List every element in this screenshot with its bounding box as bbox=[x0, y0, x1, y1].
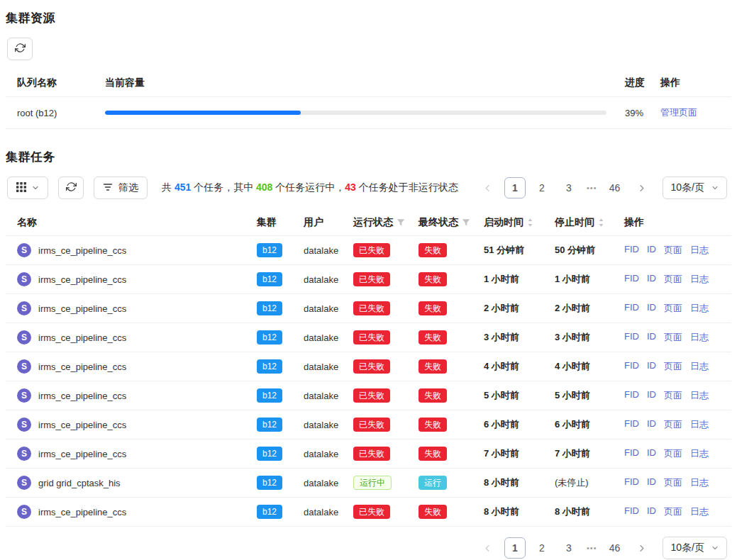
action-link-页面[interactable]: 页面 bbox=[664, 273, 682, 286]
manage-page-link[interactable]: 管理页面 bbox=[660, 107, 697, 118]
action-link-id[interactable]: ID bbox=[647, 447, 656, 460]
action-link-页面[interactable]: 页面 bbox=[664, 244, 682, 257]
sorter-icon[interactable] bbox=[527, 218, 533, 228]
action-link-页面[interactable]: 页面 bbox=[664, 302, 682, 315]
action-link-页面[interactable]: 页面 bbox=[664, 505, 682, 518]
pagination-page-3[interactable]: 3 bbox=[558, 177, 580, 198]
pagination-prev-button[interactable] bbox=[477, 177, 499, 198]
refresh-icon bbox=[66, 181, 77, 194]
pagination-page-2[interactable]: 2 bbox=[531, 177, 553, 198]
run-status-cell: 已失败 bbox=[353, 272, 419, 286]
start-time: 8 小时前 bbox=[484, 505, 555, 518]
action-link-页面[interactable]: 页面 bbox=[664, 476, 682, 489]
action-link-fid[interactable]: FID bbox=[624, 360, 639, 373]
run-status-cell: 已失败 bbox=[353, 243, 419, 257]
col-header-final-status: 最终状态 bbox=[419, 216, 484, 229]
filter-button[interactable]: 筛选 bbox=[94, 177, 148, 199]
action-link-日志[interactable]: 日志 bbox=[690, 418, 709, 431]
action-link-日志[interactable]: 日志 bbox=[690, 360, 709, 373]
action-link-id[interactable]: ID bbox=[647, 505, 656, 518]
action-link-日志[interactable]: 日志 bbox=[690, 302, 709, 315]
table-row: Sgrid grid_cptask_hisb12datalake运行中运行8 小… bbox=[6, 469, 731, 498]
table-row: Sirms_ce_pipeline_ccsb12datalake已失败失败1 小… bbox=[6, 265, 731, 294]
final-status-cell: 运行 bbox=[419, 476, 484, 490]
pagination-page-3[interactable]: 3 bbox=[558, 537, 580, 559]
action-link-日志[interactable]: 日志 bbox=[690, 244, 709, 257]
action-link-fid[interactable]: FID bbox=[624, 505, 639, 518]
action-link-id[interactable]: ID bbox=[647, 273, 656, 286]
action-link-id[interactable]: ID bbox=[647, 418, 656, 431]
stop-time: 5 小时前 bbox=[555, 389, 624, 402]
run-status-cell: 运行中 bbox=[353, 476, 419, 490]
final-status-cell: 失败 bbox=[419, 388, 484, 403]
pagination-page-2[interactable]: 2 bbox=[531, 537, 553, 559]
action-link-fid[interactable]: FID bbox=[624, 476, 639, 489]
pagination-next-button[interactable] bbox=[631, 177, 653, 198]
capacity-cell bbox=[105, 111, 625, 115]
final-status-badge: 失败 bbox=[419, 243, 447, 257]
task-user: datalake bbox=[304, 303, 353, 314]
pagination-page-1[interactable]: 1 bbox=[504, 177, 526, 198]
pagination-prev-button[interactable] bbox=[477, 537, 499, 559]
action-link-id[interactable]: ID bbox=[647, 476, 656, 489]
column-settings-button[interactable] bbox=[7, 177, 48, 199]
action-link-页面[interactable]: 页面 bbox=[664, 331, 682, 344]
action-link-fid[interactable]: FID bbox=[624, 389, 639, 402]
action-link-id[interactable]: ID bbox=[647, 360, 656, 373]
task-user: datalake bbox=[304, 391, 353, 401]
pagination-page-1[interactable]: 1 bbox=[504, 537, 526, 559]
filter-icon[interactable] bbox=[397, 218, 405, 227]
action-link-日志[interactable]: 日志 bbox=[690, 447, 709, 460]
run-status-cell: 已失败 bbox=[353, 301, 419, 315]
run-status-cell: 已失败 bbox=[353, 418, 419, 432]
pagination-ellipsis: ••• bbox=[585, 184, 599, 192]
action-link-id[interactable]: ID bbox=[647, 302, 656, 315]
cluster-tasks-title: 集群任务 bbox=[6, 149, 731, 165]
action-link-fid[interactable]: FID bbox=[624, 447, 639, 460]
action-link-日志[interactable]: 日志 bbox=[690, 389, 709, 402]
final-status-cell: 失败 bbox=[419, 272, 484, 286]
task-actions-cell: FIDID页面日志 bbox=[624, 447, 720, 460]
action-link-fid[interactable]: FID bbox=[624, 331, 639, 344]
action-link-id[interactable]: ID bbox=[647, 331, 656, 344]
action-link-页面[interactable]: 页面 bbox=[664, 447, 682, 460]
grid-icon bbox=[16, 182, 26, 194]
action-link-fid[interactable]: FID bbox=[624, 418, 639, 431]
action-link-日志[interactable]: 日志 bbox=[690, 273, 709, 286]
task-name-cell: Sirms_ce_pipeline_ccs bbox=[17, 272, 257, 286]
table-row: Sirms_ce_pipeline_ccsb12datalake已失败失败8 小… bbox=[6, 498, 731, 527]
pagination-ellipsis: ••• bbox=[585, 544, 599, 552]
action-link-日志[interactable]: 日志 bbox=[690, 476, 709, 489]
filter-icon[interactable] bbox=[462, 218, 470, 227]
action-link-页面[interactable]: 页面 bbox=[664, 360, 682, 373]
action-link-fid[interactable]: FID bbox=[624, 273, 639, 286]
pagination: 123•••4610条/页 bbox=[477, 537, 727, 559]
task-cluster-cell: b12 bbox=[257, 243, 304, 257]
final-status-cell: 失败 bbox=[419, 301, 484, 315]
pagination-page-46[interactable]: 46 bbox=[604, 177, 626, 198]
final-status-cell: 失败 bbox=[419, 243, 484, 257]
action-link-页面[interactable]: 页面 bbox=[664, 418, 682, 431]
sorter-icon[interactable] bbox=[598, 218, 604, 228]
resources-table-header: 队列名称 当前容量 进度 操作 bbox=[6, 69, 731, 97]
action-link-fid[interactable]: FID bbox=[624, 302, 639, 315]
refresh-resources-button[interactable] bbox=[7, 38, 33, 60]
task-name: irms_ce_pipeline_ccs bbox=[38, 507, 126, 517]
action-link-日志[interactable]: 日志 bbox=[690, 331, 709, 344]
pagination-page-46[interactable]: 46 bbox=[604, 537, 626, 559]
chevron-down-icon bbox=[32, 182, 39, 194]
refresh-tasks-button[interactable] bbox=[58, 177, 84, 199]
final-status-cell: 失败 bbox=[419, 330, 484, 345]
pagination-next-button[interactable] bbox=[631, 537, 653, 559]
table-row: Sirms_ce_pipeline_ccsb12datalake已失败失败4 小… bbox=[6, 352, 731, 381]
action-link-日志[interactable]: 日志 bbox=[690, 505, 709, 518]
run-status-badge: 运行中 bbox=[353, 476, 392, 490]
page-size-select[interactable]: 10条/页 bbox=[663, 537, 727, 559]
task-name: irms_ce_pipeline_ccs bbox=[38, 362, 126, 372]
page-size-select[interactable]: 10条/页 bbox=[663, 177, 727, 199]
action-link-id[interactable]: ID bbox=[647, 244, 656, 257]
progress-percent: 39% bbox=[625, 108, 660, 118]
action-link-fid[interactable]: FID bbox=[624, 244, 639, 257]
action-link-页面[interactable]: 页面 bbox=[664, 389, 682, 402]
action-link-id[interactable]: ID bbox=[647, 389, 656, 402]
